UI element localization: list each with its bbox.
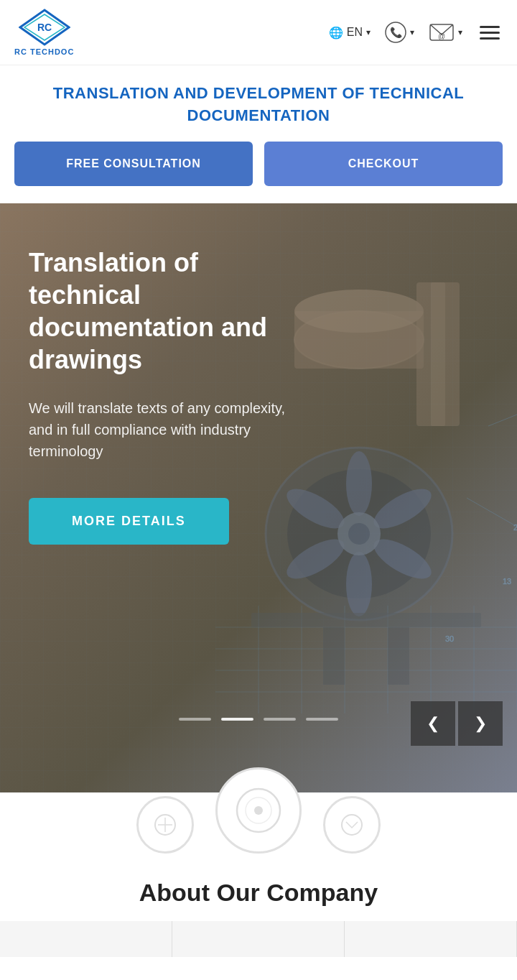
bottom-strip-seg-1	[0, 921, 172, 957]
bottom-strip-seg-3	[345, 921, 517, 957]
svg-text:13: 13	[503, 577, 511, 586]
about-title: About Our Company	[14, 879, 503, 907]
slider-subtext: We will translate texts of any complexit…	[29, 397, 307, 462]
cta-buttons: FREE CONSULTATION CHECKOUT	[0, 142, 517, 203]
brand-name: RC TECHDOC	[14, 47, 74, 56]
email-selector[interactable]: @ ▾	[429, 22, 462, 43]
hamburger-line-2	[480, 32, 500, 34]
hero-title: TRANSLATION AND DEVELOPMENT OF TECHNICAL…	[0, 65, 517, 142]
language-label: EN	[347, 26, 363, 39]
svg-text:30: 30	[445, 634, 454, 643]
svg-rect-11	[431, 282, 445, 426]
slider-content: Translation of technical documentation a…	[0, 203, 336, 573]
svg-point-21	[348, 523, 370, 545]
header-controls: 🌐 EN ▾ 📞 ▾ @ ▾	[329, 22, 503, 43]
language-selector[interactable]: 🌐 EN ▾	[329, 26, 371, 40]
logo-area[interactable]: RC RC TECHDOC	[14, 9, 74, 56]
svg-point-14	[346, 451, 372, 516]
svg-rect-41	[388, 627, 409, 685]
slider-dot-3[interactable]	[264, 718, 296, 721]
logo-icon: RC	[19, 9, 70, 46]
bottom-strip	[0, 921, 517, 957]
slider-prev-button[interactable]: ❮	[411, 701, 455, 746]
slider-dot-2[interactable]	[221, 718, 253, 721]
slider-dot-4[interactable]	[306, 718, 338, 721]
slider-next-button[interactable]: ❯	[458, 701, 503, 746]
header: RC RC TECHDOC 🌐 EN ▾ 📞 ▾ @ ▾	[0, 0, 517, 65]
slider-section: 24 23 13 30 Translation of technical doc…	[0, 203, 517, 792]
hamburger-line-1	[480, 26, 500, 28]
slider-dots	[179, 718, 338, 721]
more-details-button[interactable]: MORE DETAILS	[29, 498, 229, 545]
slider-dot-1[interactable]	[179, 718, 211, 721]
svg-rect-40	[323, 627, 345, 685]
svg-text:📞: 📞	[390, 27, 403, 39]
svg-text:24: 24	[513, 523, 517, 532]
phone-icon: 📞	[385, 22, 406, 43]
hamburger-menu[interactable]	[477, 23, 503, 42]
scroll-circle-left	[136, 796, 194, 854]
lang-chevron-icon: ▾	[366, 27, 371, 37]
checkout-button[interactable]: CHECKOUT	[264, 142, 503, 186]
consultation-button[interactable]: FREE CONSULTATION	[14, 142, 253, 186]
about-section: About Our Company	[0, 857, 517, 921]
svg-point-48	[342, 815, 362, 835]
svg-rect-39	[251, 613, 481, 627]
phone-chevron-icon: ▾	[410, 27, 414, 37]
globe-icon: 🌐	[329, 26, 343, 40]
email-chevron-icon: ▾	[458, 27, 462, 37]
bottom-strip-seg-2	[172, 921, 345, 957]
email-icon: @	[429, 22, 455, 43]
phone-selector[interactable]: 📞 ▾	[385, 22, 414, 43]
scroll-circle-right	[323, 796, 381, 854]
svg-line-34	[488, 412, 517, 426]
svg-point-47	[254, 806, 263, 815]
svg-text:RC: RC	[37, 22, 52, 33]
hamburger-line-3	[480, 37, 500, 40]
svg-line-33	[467, 498, 517, 527]
scroll-decoration	[0, 792, 517, 857]
slider-nav: ❮ ❯	[411, 701, 503, 746]
scroll-circle-main	[215, 767, 302, 854]
svg-text:@: @	[438, 32, 445, 40]
slider-heading: Translation of technical documentation a…	[29, 246, 307, 376]
svg-point-17	[346, 552, 372, 616]
